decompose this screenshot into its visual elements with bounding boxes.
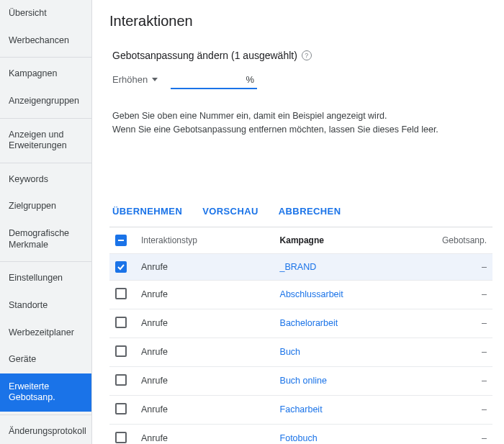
- cell-bid: –: [428, 280, 492, 309]
- table-row: AnrufeBuch–: [109, 337, 492, 366]
- sidebar-item-zielgruppen[interactable]: Zielgruppen: [0, 193, 91, 220]
- table-row: AnrufeFacharbeit–: [109, 395, 492, 424]
- sidebar-item-werbezeitplaner[interactable]: Werbezeitplaner: [0, 320, 91, 347]
- cell-type: Anrufe: [135, 337, 274, 366]
- cancel-button[interactable]: ABBRECHEN: [279, 206, 341, 217]
- campaign-link[interactable]: _BRAND: [280, 262, 317, 272]
- cell-bid: –: [428, 253, 492, 280]
- preview-button[interactable]: VORSCHAU: [202, 206, 258, 217]
- select-all-checkbox[interactable]: [115, 235, 127, 246]
- sidebar-item-erweiterte-gebotsanp[interactable]: Erweiterte Gebotsanp.: [0, 373, 91, 412]
- campaign-link[interactable]: Buch: [280, 347, 301, 357]
- row-checkbox[interactable]: [115, 345, 127, 357]
- apply-button[interactable]: ÜBERNEHMEN: [112, 206, 182, 217]
- campaign-link[interactable]: Buch online: [280, 376, 327, 386]
- cell-type: Anrufe: [135, 253, 274, 280]
- sidebar-item-anzeigengruppen[interactable]: Anzeigengruppen: [0, 88, 91, 115]
- bid-percent-input[interactable]: [186, 74, 243, 85]
- row-checkbox[interactable]: [115, 261, 127, 273]
- cell-type: Anrufe: [135, 395, 274, 424]
- bid-hint-line2: Wenn Sie eine Gebotsanpassung entfernen …: [112, 123, 492, 137]
- sidebar-divider: [0, 414, 91, 415]
- cell-type: Anrufe: [135, 309, 274, 337]
- cell-type: Anrufe: [135, 424, 274, 444]
- sidebar-item-einstellungen[interactable]: Einstellungen: [0, 265, 91, 292]
- bid-heading-text: Gebotsanpassung ändern (1 ausgewählt): [112, 50, 297, 61]
- sidebar-item-demografische-merkmale[interactable]: Demografische Merkmale: [0, 220, 91, 258]
- header-select-all: [109, 227, 135, 253]
- row-checkbox[interactable]: [115, 288, 127, 299]
- bid-percent-field[interactable]: %: [171, 74, 257, 89]
- bid-controls: Erhöhen %: [112, 74, 492, 89]
- sidebar-item-kampagnen[interactable]: Kampagnen: [0, 60, 91, 88]
- campaign-link[interactable]: Facharbeit: [280, 404, 323, 414]
- sidebar-divider: [0, 57, 91, 58]
- action-buttons: ÜBERNEHMEN VORSCHAU ABBRECHEN: [109, 206, 492, 217]
- bid-hint-line1: Geben Sie oben eine Nummer ein, damit ei…: [112, 109, 492, 123]
- sidebar-divider: [0, 261, 91, 262]
- sidebar: ÜbersichtWerbechancenKampagnenAnzeigengr…: [0, 0, 92, 444]
- bid-heading: Gebotsanpassung ändern (1 ausgewählt) ?: [112, 50, 492, 61]
- sidebar-item-aenderungsprotokoll[interactable]: Änderungsprotokoll: [0, 418, 91, 444]
- cell-bid: –: [428, 337, 492, 366]
- page-title: Interaktionen: [109, 13, 492, 30]
- bid-adjust-section: Gebotsanpassung ändern (1 ausgewählt) ? …: [109, 50, 492, 137]
- table-row: AnrufeBachelorarbeit–: [109, 309, 492, 337]
- svg-rect-0: [118, 240, 124, 241]
- row-checkbox[interactable]: [115, 317, 127, 328]
- chevron-down-icon: [152, 78, 158, 81]
- cell-bid: –: [428, 309, 492, 337]
- header-bid[interactable]: Gebotsanp.: [428, 227, 492, 253]
- table-row: AnrufeBuch online–: [109, 366, 492, 395]
- sidebar-item-keywords[interactable]: Keywords: [0, 166, 91, 194]
- table-row: AnrufeFotobuch–: [109, 424, 492, 444]
- campaign-link[interactable]: Fotobuch: [280, 433, 318, 443]
- interactions-table: Interaktionstyp Kampagne Gebotsanp. Anru…: [109, 227, 492, 445]
- sidebar-item-geraete[interactable]: Geräte: [0, 346, 91, 373]
- help-icon[interactable]: ?: [302, 50, 312, 60]
- cell-bid: –: [428, 366, 492, 395]
- row-checkbox[interactable]: [115, 432, 127, 443]
- sidebar-item-anzeigen-erweiterungen[interactable]: Anzeigen und Erweiterungen: [0, 122, 91, 160]
- cell-type: Anrufe: [135, 366, 274, 395]
- table-row: AnrufeAbschlussarbeit–: [109, 280, 492, 309]
- main-content: Interaktionen Gebotsanpassung ändern (1 …: [92, 0, 504, 444]
- cell-bid: –: [428, 424, 492, 444]
- sidebar-divider: [0, 118, 91, 119]
- cell-type: Anrufe: [135, 280, 274, 309]
- bid-direction-label: Erhöhen: [112, 74, 148, 85]
- header-campaign[interactable]: Kampagne: [274, 227, 428, 253]
- sidebar-divider: [0, 163, 91, 163]
- bid-direction-dropdown[interactable]: Erhöhen: [112, 74, 158, 89]
- bid-percent-unit: %: [243, 74, 255, 85]
- sidebar-item-uebersicht[interactable]: Übersicht: [0, 0, 91, 27]
- sidebar-item-werbechancen[interactable]: Werbechancen: [0, 27, 91, 55]
- table-row: Anrufe_BRAND–: [109, 253, 492, 280]
- cell-bid: –: [428, 395, 492, 424]
- header-type[interactable]: Interaktionstyp: [135, 227, 274, 253]
- campaign-link[interactable]: Bachelorarbeit: [280, 318, 338, 328]
- row-checkbox[interactable]: [115, 403, 127, 414]
- bid-hint: Geben Sie oben eine Nummer ein, damit ei…: [112, 109, 492, 137]
- campaign-link[interactable]: Abschlussarbeit: [280, 289, 343, 299]
- sidebar-item-standorte[interactable]: Standorte: [0, 292, 91, 320]
- row-checkbox[interactable]: [115, 374, 127, 386]
